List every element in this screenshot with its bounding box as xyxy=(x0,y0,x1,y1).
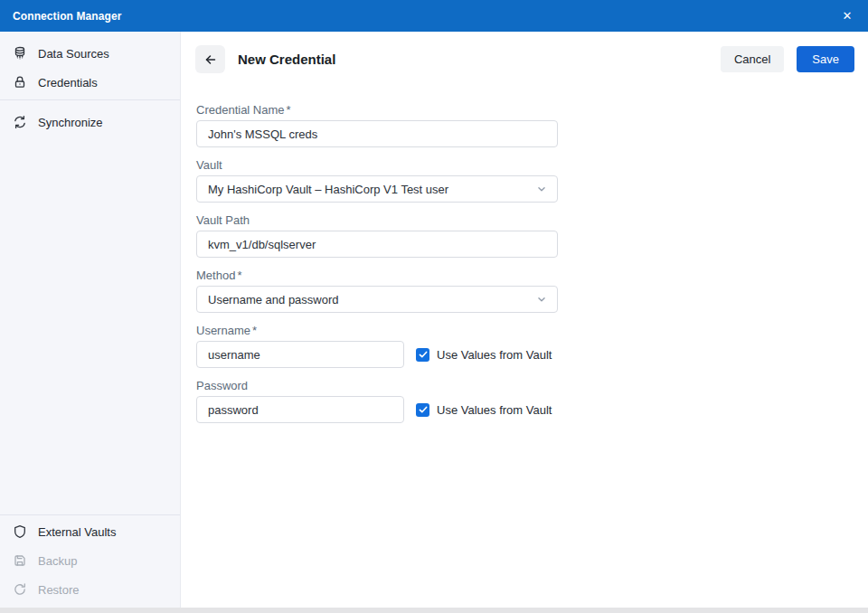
vault-select[interactable]: My HashiCorp Vault – HashiCorp V1 Test u… xyxy=(196,175,558,203)
cancel-button[interactable]: Cancel xyxy=(721,46,784,72)
vault-group: Vault My HashiCorp Vault – HashiCorp V1 … xyxy=(196,158,868,203)
username-input[interactable] xyxy=(196,341,404,368)
method-group: Method* Username and password xyxy=(196,269,868,313)
method-select[interactable]: Username and password xyxy=(196,286,558,313)
password-group: Password Use Values from Vault xyxy=(196,379,868,423)
label-text: Vault xyxy=(196,158,222,172)
lock-icon xyxy=(13,75,27,90)
username-label: Username* xyxy=(196,324,868,338)
window-bottom-edge xyxy=(0,608,868,613)
sidebar-group-bottom: External Vaults Backup xyxy=(0,515,180,608)
chevron-down-icon xyxy=(535,183,548,195)
method-selected-value: Username and password xyxy=(208,293,535,306)
checkbox-checked-icon xyxy=(416,348,429,362)
back-button[interactable] xyxy=(195,45,225,73)
connection-manager-window: Connection Manager ✕ xyxy=(0,0,868,613)
floppy-icon xyxy=(13,553,27,568)
label-text: Password xyxy=(196,379,248,392)
method-label: Method* xyxy=(196,269,868,283)
credential-name-group: Credential Name* xyxy=(196,103,868,147)
required-asterisk: * xyxy=(252,324,257,337)
sidebar-item-label: Data Sources xyxy=(38,47,109,61)
checkbox-checked-icon xyxy=(416,403,429,417)
titlebar: Connection Manager ✕ xyxy=(0,0,868,32)
required-asterisk: * xyxy=(287,103,291,117)
sidebar-item-synchronize[interactable]: Synchronize xyxy=(0,108,180,137)
sidebar-item-backup: Backup xyxy=(0,546,180,575)
password-label: Password xyxy=(196,379,868,393)
label-text: Credential Name xyxy=(196,103,285,117)
sidebar-item-external-vaults[interactable]: External Vaults xyxy=(0,517,180,546)
sidebar-item-restore: Restore xyxy=(0,575,180,604)
username-group: Username* Use Values from Vault xyxy=(196,324,868,368)
sidebar-item-label: Restore xyxy=(38,583,80,597)
sidebar-group-middle: Synchronize xyxy=(0,100,180,139)
checkbox-label: Use Values from Vault xyxy=(437,403,552,417)
vault-selected-value: My HashiCorp Vault – HashiCorp V1 Test u… xyxy=(208,183,535,196)
credential-name-input[interactable] xyxy=(196,120,558,147)
database-server-icon xyxy=(13,46,27,61)
main-header: New Credential Cancel Save xyxy=(181,32,868,73)
label-text: Username xyxy=(196,324,250,337)
new-credential-form: Credential Name* Vault My HashiCorp Vaul… xyxy=(181,73,868,434)
sidebar-item-credentials[interactable]: Credentials xyxy=(0,68,180,97)
close-icon[interactable]: ✕ xyxy=(826,0,868,32)
main-content: New Credential Cancel Save Credential Na… xyxy=(181,32,868,608)
username-use-vault-checkbox[interactable]: Use Values from Vault xyxy=(416,348,552,362)
save-button[interactable]: Save xyxy=(797,46,854,72)
sidebar-item-data-sources[interactable]: Data Sources xyxy=(0,39,180,68)
shield-icon xyxy=(13,524,27,539)
arrow-left-icon xyxy=(203,52,218,67)
password-input[interactable] xyxy=(196,396,404,423)
restore-icon xyxy=(13,582,27,597)
required-asterisk: * xyxy=(237,269,241,282)
sidebar-spacer xyxy=(0,139,180,514)
window-title: Connection Manager xyxy=(0,10,121,23)
vault-label: Vault xyxy=(196,158,868,173)
sidebar-group-top: Data Sources Credentials xyxy=(0,32,180,99)
sidebar-item-label: External Vaults xyxy=(38,525,116,539)
label-text: Vault Path xyxy=(196,213,250,227)
sync-icon xyxy=(13,115,27,129)
sidebar-item-label: Backup xyxy=(38,554,77,568)
vault-path-label: Vault Path xyxy=(196,213,868,228)
vault-path-group: Vault Path xyxy=(196,213,868,258)
checkbox-label: Use Values from Vault xyxy=(437,348,552,362)
sidebar: Data Sources Credentials xyxy=(0,32,181,608)
label-text: Method xyxy=(196,269,235,282)
sidebar-item-label: Credentials xyxy=(38,76,98,90)
credential-name-label: Credential Name* xyxy=(196,103,868,118)
vault-path-input[interactable] xyxy=(196,231,558,258)
chevron-down-icon xyxy=(535,293,548,306)
sidebar-item-label: Synchronize xyxy=(38,116,103,129)
password-use-vault-checkbox[interactable]: Use Values from Vault xyxy=(416,403,552,417)
page-title: New Credential xyxy=(238,52,335,67)
